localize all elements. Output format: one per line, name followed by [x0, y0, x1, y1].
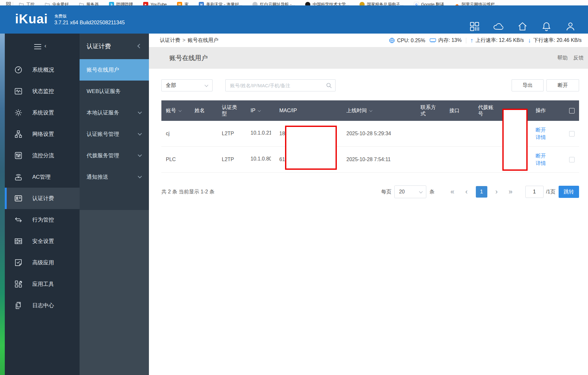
sidebar-item-system-overview[interactable]: 系统概况	[5, 59, 80, 81]
row-checkbox[interactable]	[569, 131, 575, 137]
app-header: iKuai 免费版 3.7.21 x64 Build202508211345	[0, 5, 588, 34]
first-page-button[interactable]: «	[448, 186, 457, 198]
disconnect-button[interactable]: 断开	[546, 79, 579, 91]
bookmark-item[interactable]: ▶ YouTube	[143, 2, 167, 6]
disconnect-link[interactable]: 断开	[536, 126, 565, 134]
current-page-button[interactable]: 1	[476, 186, 487, 198]
column-header-name: 姓名	[190, 107, 217, 114]
column-header-online-time[interactable]: 上线时间	[342, 107, 416, 114]
sidebar-item-auth-billing[interactable]: 认证计费	[5, 188, 80, 209]
search-box	[225, 79, 336, 91]
cell-actions: 断开 详情	[531, 126, 565, 141]
submenu-collapse-icon[interactable]	[137, 44, 142, 48]
upload-stat: ↑ 上行速率: 12.45 KB/s	[470, 37, 524, 44]
submenu-item-dial-service[interactable]: 代拨服务管理	[80, 145, 149, 166]
bookmark-item[interactable]: ☁ 阿里云网络运维栏...	[454, 2, 499, 6]
sort-chevron-icon	[258, 109, 261, 112]
feedback-link[interactable]: 反馈	[573, 55, 584, 61]
goto-page-input[interactable]	[525, 186, 544, 198]
column-header-dial-account: 代拨账号	[474, 104, 502, 117]
sliders-icon	[14, 151, 23, 160]
column-header-ip[interactable]: IP	[246, 108, 275, 113]
row-checkbox[interactable]	[569, 157, 575, 162]
cell-select	[565, 131, 579, 137]
bilibili-icon: b	[109, 2, 114, 6]
bookmark-item[interactable]: M 美剧天堂 - 海量好...	[199, 2, 242, 6]
primary-sidebar: ‹ 系统概况 状态监控 系统设置 网络设置 流控分流 AC管理 认证计费	[5, 34, 80, 375]
memory-icon	[429, 38, 436, 43]
filter-dropdown[interactable]: 全部	[161, 79, 213, 91]
search-icon[interactable]	[326, 82, 332, 89]
submenu-item-web-auth[interactable]: WEB认证服务	[80, 81, 149, 102]
id-card-icon	[14, 194, 23, 203]
bookmark-item[interactable]: G Google 翻译	[414, 2, 444, 6]
system-stats: CPU: 0.25% 内存: 13% ↑ 上行速率: 12.45 KB/s ↓ …	[389, 34, 582, 47]
next-page-button[interactable]: ›	[492, 186, 501, 198]
last-page-button[interactable]: »	[506, 186, 515, 198]
column-header-account[interactable]: 账号	[161, 107, 190, 114]
detail-link[interactable]: 详情	[536, 160, 565, 167]
sidebar-item-security-settings[interactable]: 安全设置	[5, 230, 80, 252]
column-header-interface: 接口	[445, 107, 474, 114]
sidebar-item-ac-management[interactable]: AC管理	[5, 166, 80, 188]
cloud-icon[interactable]	[493, 21, 504, 32]
sidebar-item-status-monitor[interactable]: 状态监控	[5, 81, 80, 102]
sidebar-item-behavior-control[interactable]: 行为管控	[5, 209, 80, 230]
sidebar-item-flow-control[interactable]: 流控分流	[5, 145, 80, 166]
breadcrumb: 认证计费>账号在线用户	[160, 37, 218, 44]
user-icon[interactable]	[565, 21, 576, 32]
sidebar-collapse-button[interactable]: ‹	[5, 34, 80, 59]
cell-online-time: 2025-10-28 7:54:11	[342, 157, 416, 162]
cell-select	[565, 157, 579, 162]
collapse-chevron-icon: ‹	[44, 43, 46, 49]
bookmark-item[interactable]: 服务器	[79, 2, 99, 6]
firewall-bricks-icon	[14, 237, 23, 246]
folder-icon	[79, 2, 84, 6]
select-all-checkbox[interactable]	[569, 108, 575, 113]
cell-online-time: 2025-10-28 5:29:34	[342, 131, 416, 137]
bookmark-item[interactable]: MI 家	[177, 2, 189, 6]
swap-arrows-icon	[14, 215, 23, 224]
build-label: 3.7.21 x64 Build202508211345	[54, 20, 125, 26]
cell-ip: 10.1.0.80	[246, 156, 275, 163]
bookmark-item[interactable]: 业余爱好	[45, 2, 69, 6]
sidebar-item-network-settings[interactable]: 网络设置	[5, 123, 80, 145]
bookmark-item[interactable]: 国家税务总局电子...	[360, 2, 404, 6]
help-link[interactable]: 帮助	[557, 55, 568, 61]
folder-icon	[19, 2, 24, 6]
home-icon[interactable]	[517, 21, 528, 32]
submenu-item-auth-account[interactable]: 认证账号管理	[80, 123, 149, 145]
bell-icon[interactable]	[541, 21, 552, 32]
google-translate-icon: G	[414, 2, 419, 6]
submenu-item-notify-push[interactable]: 通知推送	[80, 166, 149, 188]
chevron-down-icon	[138, 174, 142, 178]
cpu-stat: CPU: 0.25%	[389, 37, 425, 43]
search-input[interactable]	[226, 80, 321, 91]
prev-page-button[interactable]: ‹	[462, 186, 471, 198]
cell-account: cj	[161, 131, 190, 137]
disconnect-link[interactable]: 断开	[536, 152, 565, 160]
bookmarks-divider	[13, 2, 13, 6]
sidebar-item-system-settings[interactable]: 系统设置	[5, 102, 80, 123]
aliyun-cloud-icon: ☁	[454, 2, 460, 6]
toolbar: 全部 导出 断开	[161, 79, 579, 91]
apps-grid-icon[interactable]	[6, 2, 11, 6]
bookmark-item[interactable]: 中国科学技术大学...	[305, 2, 349, 6]
sidebar-item-app-tools[interactable]: 应用工具	[5, 273, 80, 295]
bookmark-item[interactable]: 工控	[19, 2, 35, 6]
sidebar-item-log-center[interactable]: 日志中心	[5, 295, 80, 316]
bookmark-item[interactable]: 红白云网址导航 -...	[252, 2, 295, 6]
page-size-select[interactable]: 20	[394, 185, 426, 198]
sidebar-item-advanced-apps[interactable]: 高级应用	[5, 252, 80, 273]
export-button[interactable]: 导出	[512, 79, 544, 91]
pagination-bar: 共 2 条 当前显示 1-2 条 每页 20 条 « ‹ 1 › » /1页 跳…	[161, 179, 579, 205]
breadcrumb-section[interactable]: 认证计费	[160, 37, 180, 43]
jump-button[interactable]: 跳转	[559, 186, 579, 198]
submenu-item-local-auth[interactable]: 本地认证服务	[80, 102, 149, 123]
detail-link[interactable]: 详情	[536, 134, 565, 141]
breadcrumb-page: 账号在线用户	[188, 37, 218, 43]
black-circle-icon	[305, 2, 310, 6]
bookmark-item[interactable]: b 哔哩哔哩	[109, 2, 133, 6]
submenu-item-online-users[interactable]: 账号在线用户	[80, 59, 149, 81]
apps-menu-icon[interactable]	[469, 21, 480, 32]
